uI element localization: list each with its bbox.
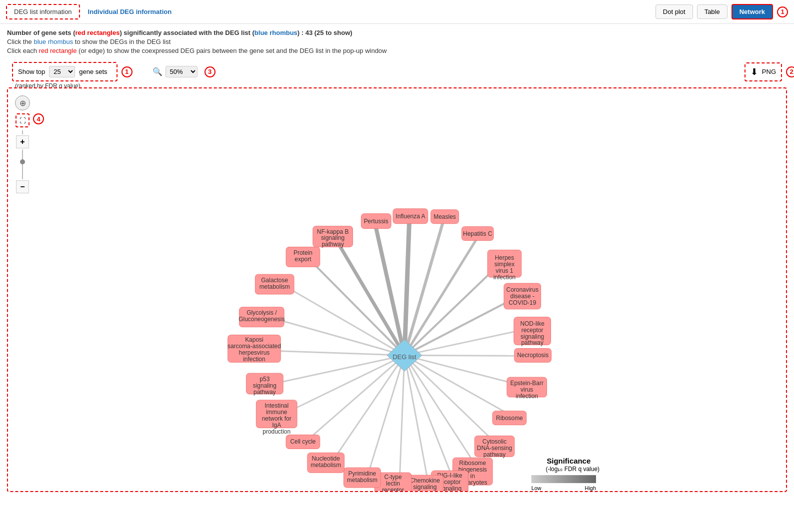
search-icon: 🔍: [152, 67, 162, 76]
show-top-select[interactable]: 25 10 50 100: [49, 66, 75, 77]
svg-text:Gluconeogenesis: Gluconeogenesis: [238, 316, 284, 323]
zoom-spacer: [22, 130, 23, 134]
legend-high-label: High: [585, 485, 596, 491]
svg-text:immune: immune: [266, 409, 288, 416]
network-graph: DEG list Pertussis Influenza A Measles H…: [8, 88, 786, 491]
zoom-handle[interactable]: [20, 159, 25, 164]
svg-text:signaling: signaling: [321, 234, 344, 241]
svg-text:C-type: C-type: [384, 474, 402, 481]
svg-text:Chemokine: Chemokine: [410, 477, 440, 484]
tab-deg-list[interactable]: DEG list information: [6, 4, 80, 19]
center-node-label: DEG list: [392, 353, 416, 361]
node-pertussis-label: Pertussis: [364, 218, 388, 225]
legend-title: Significance: [546, 457, 590, 465]
svg-text:metabolism: metabolism: [347, 477, 378, 484]
edge-ctype[interactable]: [400, 355, 404, 484]
svg-text:metabolism: metabolism: [260, 283, 290, 290]
svg-text:pathway: pathway: [254, 389, 276, 396]
svg-text:Cytosolic: Cytosolic: [482, 438, 506, 445]
download-icon: ⬇: [750, 66, 758, 77]
svg-text:Protein: Protein: [294, 249, 312, 256]
annotation-ctrl-1: 1: [122, 66, 132, 77]
svg-text:Glycolysis /: Glycolysis /: [246, 309, 277, 316]
tab-group: DEG list information Individual DEG info…: [6, 4, 172, 19]
node-herpes-label: Herpes: [495, 254, 514, 261]
annotation-zoom-4: 4: [33, 113, 44, 124]
edge-rigi[interactable]: [404, 355, 454, 480]
annotation-ctrl-2: 2: [786, 66, 794, 77]
view-dotplot-btn[interactable]: Dot plot: [656, 4, 693, 19]
edge-pertussis[interactable]: [374, 222, 404, 356]
svg-text:virus: virus: [520, 386, 533, 393]
fit-view-btn[interactable]: ⛶: [16, 113, 30, 127]
zoom-in-btn[interactable]: +: [16, 135, 29, 148]
view-table-btn[interactable]: Table: [697, 4, 728, 19]
pan-control[interactable]: ⊕: [15, 95, 30, 110]
svg-text:infection: infection: [243, 356, 265, 363]
svg-text:Galactose: Galactose: [261, 277, 288, 284]
svg-text:signaling: signaling: [253, 382, 276, 389]
svg-text:virus 1: virus 1: [496, 267, 514, 274]
node-measles-label: Measles: [434, 213, 456, 220]
zoom-control: 🔍 25% 50% 75% 100% 150% 200% 3: [152, 66, 216, 77]
top-bar: DEG list information Individual DEG info…: [0, 0, 794, 24]
svg-text:in: in: [470, 473, 475, 480]
edge-nod[interactable]: [404, 328, 532, 356]
info-line1: Number of gene sets (red rectangles) sig…: [7, 29, 787, 36]
node-ribosome-label: Ribosome: [496, 415, 523, 422]
view-selector: Dot plot Table Network 1: [656, 4, 788, 19]
node-necroptosis-label: Necroptosis: [517, 352, 548, 359]
svg-text:receptor: receptor: [522, 327, 544, 334]
svg-text:NF-kappa B: NF-kappa B: [317, 228, 349, 235]
edge-p53[interactable]: [269, 355, 404, 385]
svg-text:IgA: IgA: [272, 422, 281, 429]
zoom-controls: ⊕ ⛶ 4 + −: [15, 95, 30, 193]
zoom-track: [22, 149, 23, 179]
svg-text:NOD-like: NOD-like: [520, 320, 544, 327]
node-influenzaa-label: Influenza A: [396, 213, 425, 220]
info-section: Number of gene sets (red rectangles) sig…: [0, 24, 794, 59]
svg-text:sarcoma-associated: sarcoma-associated: [228, 343, 281, 350]
show-top-control: Show top 25 10 50 100 gene sets (ranked …: [12, 62, 118, 81]
svg-text:pathway: pathway: [521, 339, 543, 346]
node-hepatitisc-label: Hepatitis C: [463, 230, 492, 237]
svg-text:lectin: lectin: [386, 480, 400, 487]
legend-low-label: Low: [532, 485, 542, 491]
legend-gradient: [532, 475, 596, 483]
edge-necroptosis[interactable]: [404, 355, 533, 356]
svg-text:Coronavirus: Coronavirus: [506, 286, 538, 293]
tab-individual-deg[interactable]: Individual DEG information: [88, 8, 172, 15]
controls-bar: Show top 25 10 50 100 gene sets (ranked …: [5, 59, 789, 84]
edge-galactose[interactable]: [282, 285, 404, 355]
svg-text:production: production: [262, 428, 290, 435]
download-label: PNG: [762, 68, 776, 75]
svg-text:Ribosome: Ribosome: [459, 460, 486, 467]
view-network-btn[interactable]: Network: [732, 4, 773, 19]
svg-text:Nucleotide: Nucleotide: [312, 455, 340, 462]
svg-text:p53: p53: [260, 376, 270, 383]
svg-text:DNA-sensing: DNA-sensing: [477, 445, 512, 452]
zoom-select[interactable]: 25% 50% 75% 100% 150% 200%: [166, 66, 198, 77]
svg-text:simplex: simplex: [494, 261, 514, 268]
svg-text:disease -: disease -: [510, 293, 534, 300]
edge-pyrimidine[interactable]: [367, 355, 404, 477]
gene-sets-label: gene sets: [79, 68, 107, 75]
edge-kaposi[interactable]: [262, 350, 404, 355]
edge-influenzaa[interactable]: [404, 217, 410, 356]
show-top-label: Show top: [18, 68, 45, 75]
svg-text:Kaposi: Kaposi: [245, 336, 264, 343]
legend-subtitle: (-log₁₀ FDR q value): [546, 466, 600, 473]
download-control: ⬇ PNG 2: [744, 62, 782, 81]
info-line2: Click the blue rhombus to show the DEGs …: [7, 38, 787, 45]
annotation-ctrl-3: 3: [204, 66, 216, 77]
annotation-1: 1: [777, 6, 788, 17]
svg-text:COVID-19: COVID-19: [508, 299, 536, 306]
zoom-out-btn[interactable]: −: [16, 180, 29, 193]
svg-text:signaling: signaling: [413, 484, 436, 491]
svg-text:pathway: pathway: [484, 451, 506, 458]
node-cellcycle-label: Cell cycle: [290, 438, 316, 445]
svg-text:Epstein-Barr: Epstein-Barr: [510, 380, 544, 387]
edge-intestinal[interactable]: [284, 355, 404, 414]
svg-text:infection: infection: [516, 393, 538, 400]
svg-text:signaling: signaling: [520, 333, 544, 340]
